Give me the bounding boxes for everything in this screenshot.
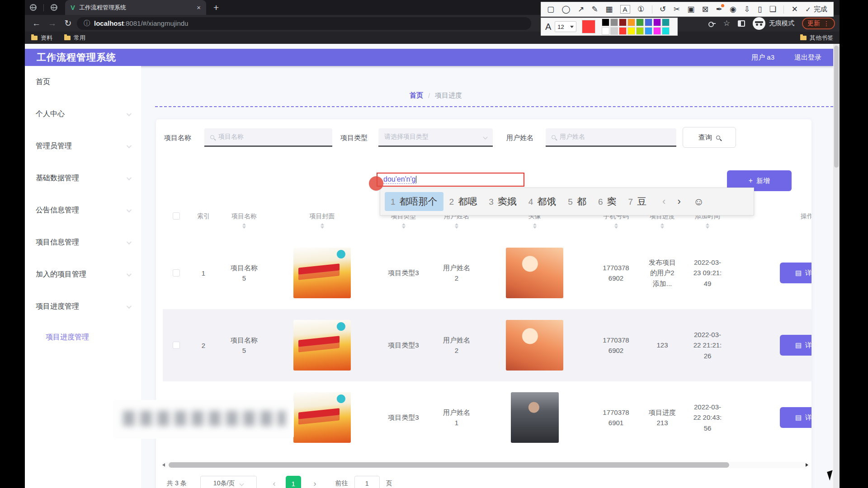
ellipse-tool[interactable]: ◯ [561,5,570,13]
scrollbar-thumb[interactable] [834,46,839,168]
scroll-left-icon[interactable] [162,463,165,467]
sidebar-item-project-progress[interactable]: 项目进度管理 [25,291,141,323]
ime-prev-page-icon[interactable]: ‹ [662,196,665,207]
palette-color[interactable] [610,27,618,35]
ime-candidate[interactable]: 1都唔那个 [385,192,443,211]
font-size-select[interactable]: 12 [555,21,576,32]
palette-color[interactable] [610,19,618,26]
forward-button[interactable]: → [45,19,59,28]
current-color-swatch[interactable] [582,20,595,33]
palette-color[interactable] [645,27,652,35]
palette-color[interactable] [662,19,670,26]
bookmark-folder-ziliao[interactable]: 资料 [31,34,52,42]
bookmark-folder-changyong[interactable]: 常用 [64,34,85,42]
sort-icon[interactable] [660,223,664,229]
ime-candidate[interactable]: 5都 [562,192,592,211]
col-header-cover[interactable]: 项目封面 [310,212,335,221]
select-all-checkbox[interactable] [173,212,180,220]
ime-next-page-icon[interactable]: › [677,196,680,207]
palette-color[interactable] [602,27,609,35]
detail-button[interactable]: ▤详情 [780,263,811,283]
sidebar-item-personal-center[interactable]: 个人中心 [25,98,141,130]
vertical-scrollbar[interactable] [833,44,840,488]
other-bookmarks[interactable]: 其他书签 [800,34,833,42]
next-page-button[interactable]: › [314,479,316,488]
query-button[interactable]: 查询 [683,127,736,148]
scissors-tool[interactable]: ✂ [674,5,680,13]
palette-color[interactable] [653,27,661,35]
col-header-index[interactable]: 索引 [197,212,210,221]
ime-candidate[interactable]: 3窦娥 [483,192,523,211]
row-checkbox[interactable] [173,342,180,349]
pin-tool[interactable]: ✒ [716,5,722,13]
palette-color[interactable] [636,19,644,26]
bookmark-tool[interactable]: ❏ [769,5,776,13]
send-to-phone-tool[interactable]: ▯ [758,5,762,13]
sort-icon[interactable] [455,223,458,229]
sidebar-item-joined-projects[interactable]: 加入的项目管理 [25,258,141,291]
palette-color[interactable] [627,27,635,35]
user-name-input[interactable]: 用户姓名 [546,128,676,147]
goto-page-input[interactable]: 1 [354,476,380,488]
pen-tool[interactable]: ✎ [592,5,598,13]
palette-color[interactable] [602,19,609,26]
col-header-name[interactable]: 项目名称 [231,212,257,221]
site-info-icon[interactable]: ⓘ [84,19,90,28]
horizontal-scrollbar[interactable] [161,462,809,468]
prev-page-button[interactable]: ‹ [273,479,276,488]
arrow-tool[interactable]: ↗ [578,5,584,13]
region-select-tool[interactable]: ⊠ [702,5,708,13]
ime-candidate[interactable]: 4都饿 [523,192,562,211]
sidebar-item-admin-mgmt[interactable]: 管理员管理 [25,130,141,162]
sidebar-item-announcement[interactable]: 公告信息管理 [25,194,141,226]
pinned-tab-1[interactable] [25,0,42,15]
step-number-tool[interactable]: ① [637,5,644,13]
palette-color[interactable] [653,19,661,26]
sort-icon[interactable] [614,223,618,229]
sidebar-item-project-info[interactable]: 项目信息管理 [25,226,141,258]
password-key-icon[interactable] [708,22,716,25]
sidebar-subitem-project-progress-active[interactable]: 项目进度管理 [25,323,141,352]
ime-candidate[interactable]: 7豆 [622,192,652,211]
palette-color[interactable] [619,27,627,35]
palette-color[interactable] [627,19,635,26]
row-checkbox[interactable] [173,269,180,277]
scroll-right-icon[interactable] [806,463,808,467]
sort-icon[interactable] [321,223,324,229]
active-tab[interactable]: V 工作流程管理系统 × [65,0,206,15]
text-tool-selected[interactable]: A [620,5,630,14]
rect-tool[interactable]: ▢ [547,5,554,13]
logout-link[interactable]: 退出登录 [794,53,821,62]
detail-button[interactable]: ▤详情 [780,335,811,356]
side-panel-icon[interactable] [738,20,745,27]
ime-composition-text[interactable]: dou'en'n'g [383,175,416,184]
sidebar-item-home[interactable]: 首页 [25,66,141,98]
emoji-icon[interactable]: ☺ [693,196,704,208]
update-button[interactable]: 更新 ⋮ [802,18,835,29]
current-page-button[interactable]: 1 [286,476,301,488]
browser-menu-icon[interactable]: ⋮ [823,20,830,27]
bookmark-star-icon[interactable]: ☆ [723,19,730,28]
ime-candidate[interactable]: 2都嗯 [443,192,483,211]
sort-icon[interactable] [533,223,537,229]
palette-color[interactable] [636,27,644,35]
record-tool[interactable]: ◉ [730,5,736,13]
back-button[interactable]: ← [29,19,43,28]
scrollbar-thumb[interactable] [169,462,729,468]
palette-color[interactable] [662,27,670,35]
sort-icon[interactable] [242,223,246,229]
translate-tool[interactable]: ▣ [687,5,694,13]
mosaic-tool[interactable]: ▦ [605,5,613,13]
sort-icon[interactable] [402,223,406,229]
undo-tool[interactable]: ↺ [660,5,666,13]
new-tab-button[interactable]: + [213,2,219,13]
cancel-tool[interactable]: ✕ [792,5,798,13]
page-size-select[interactable]: 10条/页 [200,476,257,488]
sort-icon[interactable] [706,223,709,229]
breadcrumb-home[interactable]: 首页 [410,91,423,100]
sidebar-item-base-data[interactable]: 基础数据管理 [25,162,141,194]
detail-button[interactable]: ▤详情 [780,407,811,428]
download-tool[interactable]: ⇩ [744,5,750,13]
ime-candidate[interactable]: 6窦 [592,192,623,211]
palette-color[interactable] [619,19,627,26]
